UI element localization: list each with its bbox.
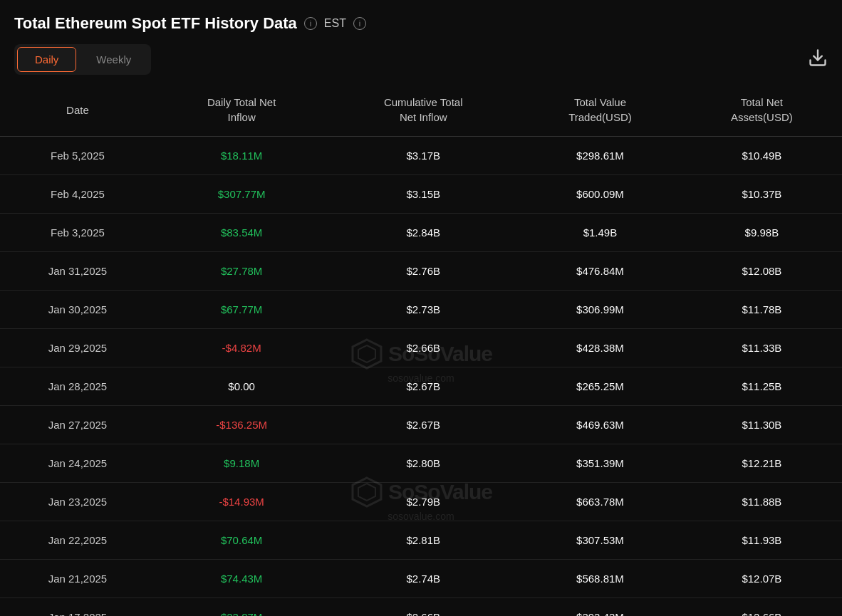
title-info-icon[interactable]: i — [304, 17, 317, 30]
cell-traded: $307.53M — [519, 521, 682, 560]
cell-assets: $12.21B — [682, 444, 842, 483]
cell-traded: $600.09M — [519, 175, 682, 214]
table-wrapper: SoSoValue sosovalue.com SoSoValue sosova… — [0, 83, 842, 616]
download-button[interactable] — [808, 48, 828, 72]
cell-daily: -$136.25M — [155, 406, 328, 444]
page-title: Total Ethereum Spot ETF History Data — [14, 14, 297, 33]
cell-date: Jan 24,2025 — [0, 444, 155, 483]
cell-date: Jan 30,2025 — [0, 291, 155, 329]
col-assets: Total NetAssets(USD) — [682, 83, 842, 137]
cell-assets: $11.33B — [682, 329, 842, 367]
cell-traded: $306.99M — [519, 291, 682, 329]
cell-cumulative: $2.76B — [328, 252, 519, 291]
cell-cumulative: $2.84B — [328, 214, 519, 252]
cell-daily: -$4.82M — [155, 329, 328, 367]
cell-daily: $74.43M — [155, 560, 328, 598]
table-row: Jan 17,2025 $23.87M $2.66B $393.43M $12.… — [0, 598, 842, 617]
tab-daily[interactable]: Daily — [17, 47, 76, 72]
cell-assets: $11.78B — [682, 291, 842, 329]
cell-date: Jan 28,2025 — [0, 367, 155, 406]
cell-traded: $1.49B — [519, 214, 682, 252]
col-traded: Total ValueTraded(USD) — [519, 83, 682, 137]
cell-cumulative: $2.79B — [328, 483, 519, 521]
data-table: Date Daily Total NetInflow Cumulative To… — [0, 83, 842, 616]
cell-daily: $27.78M — [155, 252, 328, 291]
tabs-row: Daily Weekly — [0, 44, 842, 75]
cell-assets: $11.25B — [682, 367, 842, 406]
est-label: EST — [324, 17, 346, 30]
cell-cumulative: $2.67B — [328, 406, 519, 444]
cell-daily: $67.77M — [155, 291, 328, 329]
col-cumulative: Cumulative TotalNet Inflow — [328, 83, 519, 137]
cell-assets: $10.49B — [682, 137, 842, 175]
cell-assets: $12.66B — [682, 598, 842, 617]
est-info-icon[interactable]: i — [353, 17, 366, 30]
cell-cumulative: $3.15B — [328, 175, 519, 214]
table-row: Jan 31,2025 $27.78M $2.76B $476.84M $12.… — [0, 252, 842, 291]
cell-date: Jan 31,2025 — [0, 252, 155, 291]
cell-date: Jan 23,2025 — [0, 483, 155, 521]
cell-assets: $10.37B — [682, 175, 842, 214]
cell-traded: $663.78M — [519, 483, 682, 521]
cell-cumulative: $2.66B — [328, 598, 519, 617]
cell-cumulative: $2.66B — [328, 329, 519, 367]
cell-traded: $265.25M — [519, 367, 682, 406]
cell-cumulative: $2.81B — [328, 521, 519, 560]
cell-date: Feb 3,2025 — [0, 214, 155, 252]
table-row: Jan 27,2025 -$136.25M $2.67B $469.63M $1… — [0, 406, 842, 444]
tab-weekly[interactable]: Weekly — [79, 47, 148, 72]
cell-cumulative: $3.17B — [328, 137, 519, 175]
cell-traded: $476.84M — [519, 252, 682, 291]
cell-date: Jan 29,2025 — [0, 329, 155, 367]
cell-daily: $18.11M — [155, 137, 328, 175]
table-row: Jan 21,2025 $74.43M $2.74B $568.81M $12.… — [0, 560, 842, 598]
cell-cumulative: $2.80B — [328, 444, 519, 483]
cell-traded: $298.61M — [519, 137, 682, 175]
cell-date: Jan 22,2025 — [0, 521, 155, 560]
col-date: Date — [0, 83, 155, 137]
cell-traded: $469.63M — [519, 406, 682, 444]
cell-traded: $351.39M — [519, 444, 682, 483]
cell-daily: $9.18M — [155, 444, 328, 483]
cell-daily: $0.00 — [155, 367, 328, 406]
table-row: Jan 24,2025 $9.18M $2.80B $351.39M $12.2… — [0, 444, 842, 483]
cell-daily: $70.64M — [155, 521, 328, 560]
cell-assets: $12.07B — [682, 560, 842, 598]
cell-assets: $11.88B — [682, 483, 842, 521]
cell-traded: $393.43M — [519, 598, 682, 617]
cell-daily: $83.54M — [155, 214, 328, 252]
cell-cumulative: $2.67B — [328, 367, 519, 406]
table-row: Jan 29,2025 -$4.82M $2.66B $428.38M $11.… — [0, 329, 842, 367]
table-row: Jan 23,2025 -$14.93M $2.79B $663.78M $11… — [0, 483, 842, 521]
cell-cumulative: $2.74B — [328, 560, 519, 598]
table-row: Jan 30,2025 $67.77M $2.73B $306.99M $11.… — [0, 291, 842, 329]
cell-traded: $428.38M — [519, 329, 682, 367]
table-row: Feb 3,2025 $83.54M $2.84B $1.49B $9.98B — [0, 214, 842, 252]
cell-traded: $568.81M — [519, 560, 682, 598]
cell-date: Feb 5,2025 — [0, 137, 155, 175]
table-row: Feb 5,2025 $18.11M $3.17B $298.61M $10.4… — [0, 137, 842, 175]
cell-daily: $307.77M — [155, 175, 328, 214]
cell-assets: $11.30B — [682, 406, 842, 444]
cell-assets: $12.08B — [682, 252, 842, 291]
page-header: Total Ethereum Spot ETF History Data i E… — [0, 14, 842, 44]
cell-assets: $11.93B — [682, 521, 842, 560]
cell-cumulative: $2.73B — [328, 291, 519, 329]
table-row: Jan 22,2025 $70.64M $2.81B $307.53M $11.… — [0, 521, 842, 560]
cell-date: Jan 17,2025 — [0, 598, 155, 617]
tab-group: Daily Weekly — [14, 44, 151, 75]
col-daily: Daily Total NetInflow — [155, 83, 328, 137]
cell-date: Jan 27,2025 — [0, 406, 155, 444]
cell-daily: $23.87M — [155, 598, 328, 617]
cell-date: Feb 4,2025 — [0, 175, 155, 214]
cell-daily: -$14.93M — [155, 483, 328, 521]
cell-assets: $9.98B — [682, 214, 842, 252]
table-header-row: Date Daily Total NetInflow Cumulative To… — [0, 83, 842, 137]
table-row: Jan 28,2025 $0.00 $2.67B $265.25M $11.25… — [0, 367, 842, 406]
cell-date: Jan 21,2025 — [0, 560, 155, 598]
table-row: Feb 4,2025 $307.77M $3.15B $600.09M $10.… — [0, 175, 842, 214]
page-container: Total Ethereum Spot ETF History Data i E… — [0, 0, 842, 616]
